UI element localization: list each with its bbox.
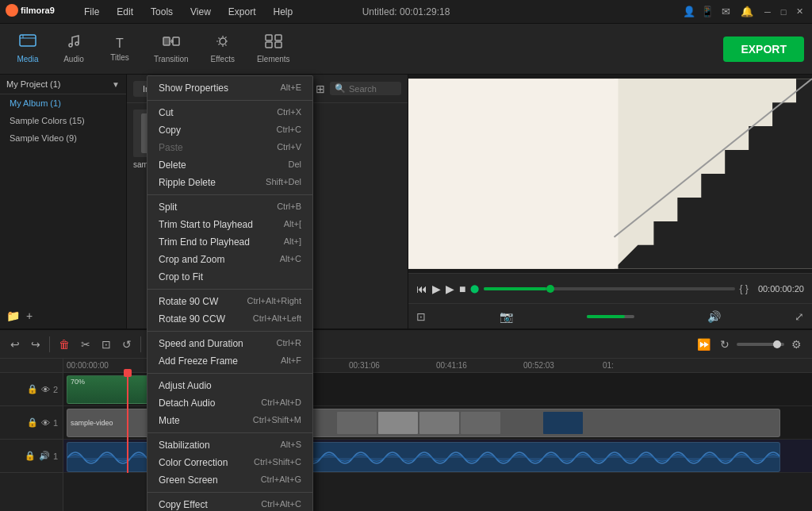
screen-size-icon[interactable]: ⊡	[416, 310, 426, 323]
redo-button[interactable]: ↪	[29, 336, 43, 353]
title-bar: filmora9 File Edit Tools View Export Hel…	[0, 0, 812, 24]
effects-icon	[215, 34, 231, 52]
search-input[interactable]	[349, 84, 396, 94]
ctx-copy[interactable]: CopyCtrl+C	[147, 121, 312, 139]
ctx-crop-fit[interactable]: Crop to Fit	[147, 268, 312, 286]
audio-mute-icon[interactable]: 🔊	[39, 451, 50, 461]
menu-help[interactable]: Help	[266, 3, 301, 21]
undo-button[interactable]: ↩	[8, 336, 22, 353]
settings-icon[interactable]: ⚙	[789, 336, 804, 353]
minimize-button[interactable]: ─	[761, 6, 774, 18]
menu-view[interactable]: View	[182, 3, 219, 21]
loop-icon[interactable]: ↻	[718, 336, 732, 353]
project-dropdown-arrow[interactable]: ▼	[112, 80, 120, 89]
app-logo: filmora9	[5, 3, 68, 20]
my-album-item[interactable]: My Album (1)	[0, 94, 126, 112]
audio-lock-icon[interactable]: 🔒	[25, 451, 36, 461]
ctx-trim-start[interactable]: Trim Start to PlayheadAlt+[	[147, 216, 312, 233]
volume-icon[interactable]: 🔊	[707, 310, 721, 323]
speed-icon[interactable]: ⏩	[695, 336, 713, 353]
ctx-cut[interactable]: CutCtrl+X	[147, 104, 312, 121]
title-bar-left: filmora9 File Edit Tools View Export Hel…	[0, 3, 301, 21]
add-icon[interactable]: +	[26, 309, 33, 322]
toolbar-effects-label: Effects	[211, 55, 235, 63]
close-button[interactable]: ✕	[793, 6, 806, 18]
ctx-delete[interactable]: DeleteDel	[147, 156, 312, 174]
tl-volume-dot	[773, 340, 781, 348]
rotation-button[interactable]: ↺	[120, 336, 134, 353]
title-bar-controls: 👤 📱 ✉ 🔔 ─ □ ✕	[683, 6, 812, 18]
menu-export[interactable]: Export	[220, 3, 264, 21]
tl-volume-slider[interactable]	[737, 343, 784, 346]
toolbar-audio-label: Audio	[63, 55, 84, 63]
prev-frame-button[interactable]: ⏮	[416, 282, 427, 295]
svg-point-4	[75, 42, 79, 45]
toolbar-audio[interactable]: Audio	[54, 31, 94, 67]
play-alt-button[interactable]: ▶	[446, 282, 454, 295]
svg-rect-8	[266, 35, 272, 40]
volume-slider[interactable]	[587, 315, 634, 318]
snapshot-icon[interactable]: 📷	[500, 310, 513, 323]
user-icon[interactable]: 👤	[683, 6, 695, 17]
play-button[interactable]: ▶	[432, 282, 441, 295]
stop-button[interactable]: ■	[459, 282, 465, 295]
toolbar-elements[interactable]: Elements	[249, 31, 298, 67]
track-2-lock-icon[interactable]: 🔒	[27, 384, 38, 394]
audio-track-label: 🔒 🔊 1	[0, 440, 63, 473]
menu-file[interactable]: File	[76, 3, 107, 21]
clip-track1-label: sample-video	[67, 417, 117, 428]
ctx-crop-zoom[interactable]: Crop and ZoomAlt+C	[147, 251, 312, 268]
preview-progress-bar[interactable]	[484, 287, 734, 290]
project-header[interactable]: My Project (1) ▼	[0, 75, 126, 94]
toolbar-effects[interactable]: Effects	[203, 31, 243, 67]
track-labels: 🔒 👁 2 🔒 👁 1 🔒 🔊 1	[0, 359, 63, 511]
svg-point-3	[69, 44, 72, 47]
toolbar-titles[interactable]: T Titles	[100, 33, 140, 65]
fullscreen-icon[interactable]: ⤢	[795, 310, 804, 323]
track-2-eye-icon[interactable]: 👁	[41, 385, 50, 394]
ctx-rotate-cw[interactable]: Rotate 90 CWCtrl+Alt+Right	[147, 293, 312, 310]
mail-icon[interactable]: ✉	[722, 6, 730, 17]
sample-colors-item[interactable]: Sample Colors (15)	[0, 112, 126, 129]
maximize-button[interactable]: □	[777, 6, 790, 18]
menu-edit[interactable]: Edit	[109, 3, 141, 21]
track-1-eye-icon[interactable]: 👁	[41, 418, 50, 428]
project-title[interactable]: My Project (1)	[6, 79, 60, 89]
ctx-stabilization[interactable]: StabilizationAlt+S	[147, 436, 312, 454]
preview-video	[408, 75, 812, 273]
svg-text:filmora9: filmora9	[21, 6, 55, 15]
ctx-show-properties[interactable]: Show PropertiesAlt+E	[147, 79, 312, 97]
ctx-green-screen[interactable]: Green ScreenCtrl+Alt+G	[147, 471, 312, 489]
ctx-detach-audio[interactable]: Detach AudioCtrl+Alt+D	[147, 394, 312, 412]
ctx-sep-7	[147, 492, 312, 493]
timeline-content: 🔒 👁 2 🔒 👁 1 🔒 🔊 1 00:00:00:00 00:10:	[0, 359, 812, 511]
ctx-adjust-audio[interactable]: Adjust Audio	[147, 377, 312, 394]
search-box[interactable]: 🔍	[330, 82, 401, 95]
ctx-split[interactable]: SplitCtrl+B	[147, 198, 312, 216]
phone-icon[interactable]: 📱	[701, 6, 714, 17]
ruler-mark-5: 00:52:03	[523, 361, 554, 370]
ctx-mute[interactable]: MuteCtrl+Shift+M	[147, 412, 312, 429]
delete-clip-button[interactable]: 🗑	[56, 336, 72, 353]
grid-view-icon[interactable]: ⊞	[316, 83, 325, 95]
toolbar-transition[interactable]: Transition	[146, 31, 197, 67]
ctx-sep-4	[147, 331, 312, 332]
bell-icon[interactable]: 🔔	[741, 6, 753, 17]
ctx-rotate-ccw[interactable]: Rotate 90 CCWCtrl+Alt+Left	[147, 310, 312, 328]
crop-button[interactable]: ⊡	[99, 336, 113, 353]
title-bar-menu: File Edit Tools View Export Help	[76, 3, 301, 21]
track-1-lock-icon[interactable]: 🔒	[27, 417, 38, 428]
bracket-left-icon[interactable]: { }	[740, 283, 749, 294]
menu-tools[interactable]: Tools	[143, 3, 181, 21]
toolbar-media[interactable]: Media	[8, 31, 48, 67]
sample-video-item[interactable]: Sample Video (9)	[0, 129, 126, 147]
cut-clip-button[interactable]: ✂	[79, 336, 93, 353]
ctx-freeze-frame[interactable]: Add Freeze FrameAlt+F	[147, 352, 312, 370]
new-folder-icon[interactable]: 📁	[6, 309, 20, 322]
ctx-copy-effect[interactable]: Copy EffectCtrl+Alt+C	[147, 496, 312, 511]
ctx-ripple-delete[interactable]: Ripple DeleteShift+Del	[147, 174, 312, 191]
ctx-speed-duration[interactable]: Speed and DurationCtrl+R	[147, 335, 312, 352]
export-button[interactable]: EXPORT	[723, 36, 804, 62]
ctx-trim-end[interactable]: Trim End to PlayheadAlt+]	[147, 233, 312, 251]
ctx-color-correction[interactable]: Color CorrectionCtrl+Shift+C	[147, 454, 312, 471]
